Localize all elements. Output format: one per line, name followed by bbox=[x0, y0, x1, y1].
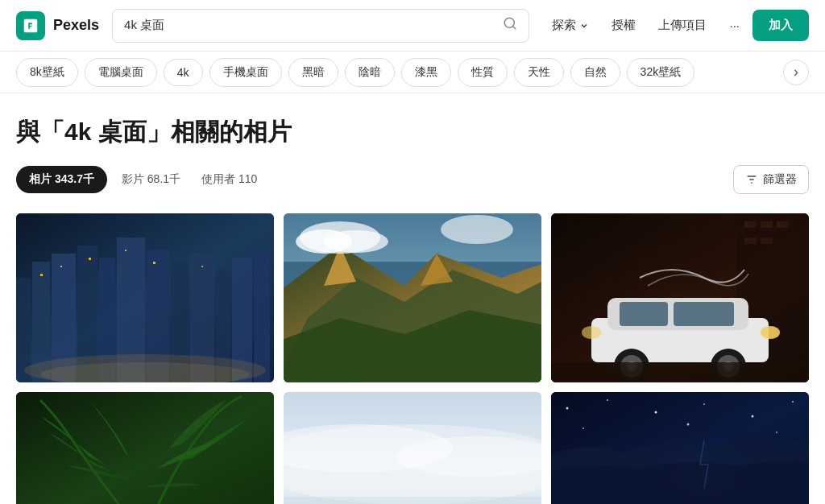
tag-natural[interactable]: 自然 bbox=[570, 58, 620, 87]
explore-button[interactable]: 探索 bbox=[542, 11, 599, 39]
tag-nature1[interactable]: 性質 bbox=[458, 58, 508, 87]
svg-point-70 bbox=[752, 415, 754, 418]
tag-dark[interactable]: 黑暗 bbox=[288, 58, 338, 87]
tab-videos[interactable]: 影片 68.1千 bbox=[114, 166, 189, 193]
tag-4k[interactable]: 4k bbox=[164, 59, 203, 86]
tag-desktop[interactable]: 電腦桌面 bbox=[85, 58, 157, 87]
svg-rect-43 bbox=[744, 238, 757, 244]
svg-point-34 bbox=[324, 230, 388, 253]
svg-point-68 bbox=[655, 411, 657, 414]
svg-point-74 bbox=[776, 432, 777, 433]
search-bar bbox=[112, 9, 529, 43]
photo-item-palm[interactable] bbox=[16, 392, 274, 504]
svg-rect-17 bbox=[254, 250, 270, 382]
logo-icon bbox=[16, 11, 45, 40]
license-button[interactable]: 授權 bbox=[602, 11, 645, 39]
filter-row: 相片 343.7千 影片 68.1千 使用者 110 篩選器 bbox=[16, 165, 809, 194]
photo-item-night[interactable] bbox=[551, 392, 809, 504]
logo-text: Pexels bbox=[53, 17, 99, 34]
svg-point-66 bbox=[566, 407, 569, 410]
tab-users[interactable]: 使用者 110 bbox=[193, 166, 265, 193]
svg-point-67 bbox=[607, 399, 608, 401]
svg-rect-47 bbox=[620, 302, 668, 326]
svg-rect-44 bbox=[761, 238, 773, 244]
main-content: 與「4k 桌面」相關的相片 相片 343.7千 影片 68.1千 使用者 110… bbox=[0, 93, 825, 504]
svg-rect-48 bbox=[674, 302, 734, 326]
svg-rect-58 bbox=[16, 392, 274, 504]
svg-point-35 bbox=[441, 215, 513, 244]
tab-photos[interactable]: 相片 343.7千 bbox=[16, 166, 107, 193]
svg-rect-42 bbox=[777, 221, 789, 228]
photo-grid bbox=[16, 213, 809, 504]
filter-button[interactable]: 篩選器 bbox=[733, 165, 809, 194]
svg-rect-22 bbox=[153, 262, 155, 264]
logo-link[interactable]: Pexels bbox=[16, 11, 99, 40]
photo-item-sky[interactable] bbox=[284, 392, 541, 504]
tag-nature2[interactable]: 天性 bbox=[514, 58, 564, 87]
svg-rect-19 bbox=[60, 266, 62, 267]
photo-item-car[interactable] bbox=[551, 213, 809, 382]
search-icon bbox=[503, 16, 517, 35]
tag-mobile[interactable]: 手機桌面 bbox=[209, 58, 282, 87]
tag-8k[interactable]: 8k壁紙 bbox=[16, 58, 78, 87]
svg-point-71 bbox=[792, 401, 794, 403]
join-button[interactable]: 加入 bbox=[752, 10, 809, 41]
tags-bar: 8k壁紙 電腦桌面 4k 手機桌面 黑暗 陰暗 漆黑 性質 天性 自然 32k壁… bbox=[0, 52, 825, 93]
svg-rect-63 bbox=[284, 497, 541, 504]
svg-point-55 bbox=[761, 326, 780, 339]
header: Pexels 探索 授權 上傳項目 ··· 加入 bbox=[0, 0, 825, 52]
svg-point-56 bbox=[582, 326, 601, 339]
svg-point-72 bbox=[582, 428, 584, 429]
svg-rect-21 bbox=[125, 250, 126, 251]
upload-button[interactable]: 上傳項目 bbox=[649, 11, 716, 39]
search-input[interactable] bbox=[124, 19, 496, 32]
svg-line-1 bbox=[513, 26, 516, 28]
svg-rect-18 bbox=[40, 274, 43, 276]
tag-dim[interactable]: 陰暗 bbox=[345, 58, 395, 87]
svg-rect-41 bbox=[761, 221, 773, 228]
photo-item-mountain[interactable] bbox=[284, 213, 541, 382]
tag-black[interactable]: 漆黑 bbox=[401, 58, 451, 87]
svg-point-69 bbox=[703, 403, 705, 405]
tags-more-button[interactable]: › bbox=[783, 60, 809, 85]
filter-right: 篩選器 bbox=[733, 165, 809, 194]
svg-rect-40 bbox=[744, 221, 757, 228]
page-title: 與「4k 桌面」相關的相片 bbox=[16, 116, 809, 149]
svg-rect-23 bbox=[201, 266, 203, 267]
svg-point-73 bbox=[687, 423, 690, 426]
header-nav: 探索 授權 上傳項目 ··· 加入 bbox=[542, 10, 809, 41]
filter-icon bbox=[745, 173, 758, 186]
svg-rect-57 bbox=[551, 362, 809, 382]
svg-rect-20 bbox=[89, 258, 91, 260]
photo-item-city[interactable] bbox=[16, 213, 274, 382]
more-button[interactable]: ··· bbox=[719, 12, 749, 39]
tag-32k[interactable]: 32k壁紙 bbox=[627, 58, 695, 87]
